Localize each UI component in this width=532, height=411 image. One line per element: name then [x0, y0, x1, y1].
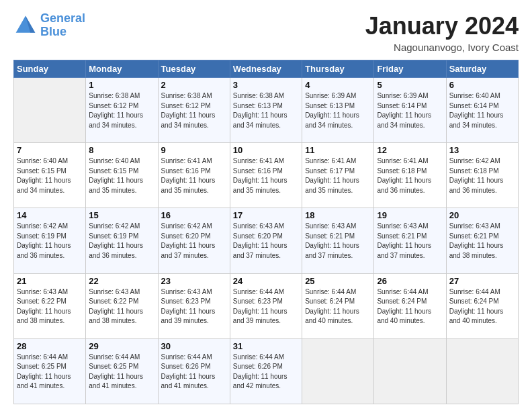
day-number: 17 [233, 210, 299, 220]
day-info: Sunrise: 6:38 AM Sunset: 6:13 PM Dayligh… [233, 91, 299, 130]
calendar-day-cell [302, 338, 374, 404]
calendar-table: SundayMondayTuesdayWednesdayThursdayFrid… [13, 60, 519, 404]
calendar-week-row: 28Sunrise: 6:44 AM Sunset: 6:25 PM Dayli… [14, 338, 519, 404]
calendar-day-cell: 31Sunrise: 6:44 AM Sunset: 6:26 PM Dayli… [230, 338, 302, 404]
calendar-day-cell: 10Sunrise: 6:41 AM Sunset: 6:16 PM Dayli… [230, 143, 302, 208]
calendar-day-cell: 14Sunrise: 6:42 AM Sunset: 6:19 PM Dayli… [14, 208, 86, 273]
day-info: Sunrise: 6:42 AM Sunset: 6:19 PM Dayligh… [17, 222, 83, 261]
main-title: January 2024 [365, 12, 519, 40]
day-info: Sunrise: 6:38 AM Sunset: 6:12 PM Dayligh… [89, 91, 154, 130]
calendar-day-cell: 23Sunrise: 6:43 AM Sunset: 6:23 PM Dayli… [158, 273, 230, 338]
calendar-day-cell: 16Sunrise: 6:42 AM Sunset: 6:20 PM Dayli… [158, 208, 230, 273]
calendar-day-cell: 4Sunrise: 6:39 AM Sunset: 6:13 PM Daylig… [302, 78, 374, 143]
calendar-day-cell: 5Sunrise: 6:39 AM Sunset: 6:14 PM Daylig… [374, 78, 446, 143]
day-number: 14 [17, 210, 83, 220]
day-number: 5 [377, 80, 443, 90]
day-number: 28 [17, 341, 83, 351]
day-info: Sunrise: 6:39 AM Sunset: 6:14 PM Dayligh… [377, 91, 443, 130]
day-number: 6 [449, 80, 515, 90]
calendar-day-cell: 25Sunrise: 6:44 AM Sunset: 6:24 PM Dayli… [302, 273, 374, 338]
day-number: 7 [17, 145, 83, 155]
calendar-day-cell [446, 338, 518, 404]
calendar-week-row: 7Sunrise: 6:40 AM Sunset: 6:15 PM Daylig… [14, 143, 519, 208]
day-info: Sunrise: 6:43 AM Sunset: 6:21 PM Dayligh… [377, 222, 443, 261]
logo-blue: Blue [40, 25, 66, 38]
calendar-day-cell: 7Sunrise: 6:40 AM Sunset: 6:15 PM Daylig… [14, 143, 86, 208]
day-number: 10 [233, 145, 299, 155]
day-number: 31 [233, 341, 299, 351]
day-number: 22 [89, 276, 154, 286]
calendar-day-cell: 19Sunrise: 6:43 AM Sunset: 6:21 PM Dayli… [374, 208, 446, 273]
calendar-day-cell: 2Sunrise: 6:38 AM Sunset: 6:12 PM Daylig… [158, 78, 230, 143]
day-info: Sunrise: 6:42 AM Sunset: 6:18 PM Dayligh… [449, 156, 515, 195]
header: General Blue January 2024 Nagounanvogo, … [13, 12, 519, 53]
day-number: 27 [449, 276, 515, 286]
calendar-day-cell: 15Sunrise: 6:42 AM Sunset: 6:19 PM Dayli… [86, 208, 158, 273]
day-info: Sunrise: 6:43 AM Sunset: 6:21 PM Dayligh… [449, 222, 515, 261]
day-number: 13 [449, 145, 515, 155]
calendar-day-header: Friday [374, 60, 446, 78]
day-info: Sunrise: 6:42 AM Sunset: 6:19 PM Dayligh… [89, 222, 154, 261]
day-number: 29 [89, 341, 154, 351]
calendar-day-cell: 30Sunrise: 6:44 AM Sunset: 6:26 PM Dayli… [158, 338, 230, 404]
day-info: Sunrise: 6:43 AM Sunset: 6:22 PM Dayligh… [89, 287, 154, 326]
calendar-day-cell: 11Sunrise: 6:41 AM Sunset: 6:17 PM Dayli… [302, 143, 374, 208]
day-number: 18 [305, 210, 371, 220]
calendar-day-cell: 17Sunrise: 6:43 AM Sunset: 6:20 PM Dayli… [230, 208, 302, 273]
day-info: Sunrise: 6:44 AM Sunset: 6:24 PM Dayligh… [377, 287, 443, 326]
calendar-week-row: 14Sunrise: 6:42 AM Sunset: 6:19 PM Dayli… [14, 208, 519, 273]
day-number: 23 [161, 276, 227, 286]
calendar-week-row: 1Sunrise: 6:38 AM Sunset: 6:12 PM Daylig… [14, 78, 519, 143]
day-info: Sunrise: 6:44 AM Sunset: 6:25 PM Dayligh… [17, 353, 83, 392]
day-number: 21 [17, 276, 83, 286]
calendar-day-cell: 24Sunrise: 6:44 AM Sunset: 6:23 PM Dayli… [230, 273, 302, 338]
day-info: Sunrise: 6:41 AM Sunset: 6:16 PM Dayligh… [233, 156, 299, 195]
day-number: 2 [161, 80, 227, 90]
calendar-day-cell: 18Sunrise: 6:43 AM Sunset: 6:21 PM Dayli… [302, 208, 374, 273]
day-info: Sunrise: 6:44 AM Sunset: 6:26 PM Dayligh… [233, 353, 299, 392]
day-info: Sunrise: 6:44 AM Sunset: 6:23 PM Dayligh… [233, 287, 299, 326]
day-info: Sunrise: 6:41 AM Sunset: 6:17 PM Dayligh… [305, 156, 371, 195]
calendar-day-cell: 21Sunrise: 6:43 AM Sunset: 6:22 PM Dayli… [14, 273, 86, 338]
calendar-day-cell: 27Sunrise: 6:44 AM Sunset: 6:24 PM Dayli… [446, 273, 518, 338]
day-info: Sunrise: 6:40 AM Sunset: 6:15 PM Dayligh… [17, 156, 83, 195]
day-number: 12 [377, 145, 443, 155]
logo-text: General Blue [40, 12, 85, 39]
calendar-day-cell: 13Sunrise: 6:42 AM Sunset: 6:18 PM Dayli… [446, 143, 518, 208]
calendar-day-header: Wednesday [230, 60, 302, 78]
calendar-day-cell [374, 338, 446, 404]
calendar-day-cell: 12Sunrise: 6:41 AM Sunset: 6:18 PM Dayli… [374, 143, 446, 208]
logo: General Blue [13, 12, 85, 39]
calendar-day-header: Sunday [14, 60, 86, 78]
day-number: 24 [233, 276, 299, 286]
calendar-day-cell: 9Sunrise: 6:41 AM Sunset: 6:16 PM Daylig… [158, 143, 230, 208]
calendar-day-header: Saturday [446, 60, 518, 78]
day-info: Sunrise: 6:40 AM Sunset: 6:15 PM Dayligh… [89, 156, 154, 195]
day-info: Sunrise: 6:40 AM Sunset: 6:14 PM Dayligh… [449, 91, 515, 130]
calendar-day-cell: 20Sunrise: 6:43 AM Sunset: 6:21 PM Dayli… [446, 208, 518, 273]
day-info: Sunrise: 6:41 AM Sunset: 6:18 PM Dayligh… [377, 156, 443, 195]
logo-general: General [40, 11, 85, 25]
day-number: 19 [377, 210, 443, 220]
subtitle: Nagounanvogo, Ivory Coast [365, 42, 519, 53]
day-info: Sunrise: 6:41 AM Sunset: 6:16 PM Dayligh… [161, 156, 227, 195]
calendar-day-cell: 8Sunrise: 6:40 AM Sunset: 6:15 PM Daylig… [86, 143, 158, 208]
day-number: 9 [161, 145, 227, 155]
day-info: Sunrise: 6:43 AM Sunset: 6:20 PM Dayligh… [233, 222, 299, 261]
day-info: Sunrise: 6:43 AM Sunset: 6:23 PM Dayligh… [161, 287, 227, 326]
day-number: 30 [161, 341, 227, 351]
day-number: 11 [305, 145, 371, 155]
calendar-day-cell: 29Sunrise: 6:44 AM Sunset: 6:25 PM Dayli… [86, 338, 158, 404]
day-info: Sunrise: 6:43 AM Sunset: 6:22 PM Dayligh… [17, 287, 83, 326]
day-number: 3 [233, 80, 299, 90]
day-info: Sunrise: 6:44 AM Sunset: 6:24 PM Dayligh… [449, 287, 515, 326]
day-number: 1 [89, 80, 154, 90]
page: General Blue January 2024 Nagounanvogo, … [0, 0, 532, 411]
day-number: 20 [449, 210, 515, 220]
day-number: 4 [305, 80, 371, 90]
day-number: 8 [89, 145, 154, 155]
calendar-week-row: 21Sunrise: 6:43 AM Sunset: 6:22 PM Dayli… [14, 273, 519, 338]
title-area: January 2024 Nagounanvogo, Ivory Coast [365, 12, 519, 53]
calendar-day-header: Tuesday [158, 60, 230, 78]
calendar-day-cell: 1Sunrise: 6:38 AM Sunset: 6:12 PM Daylig… [86, 78, 158, 143]
